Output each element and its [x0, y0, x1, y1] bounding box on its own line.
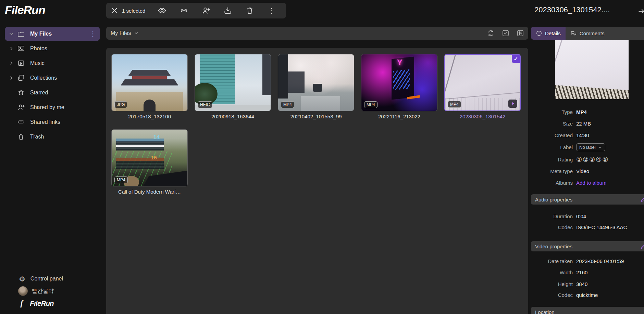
share-user-icon[interactable] [201, 6, 210, 15]
details-panel-title: 20230306_1301542.... [534, 5, 633, 14]
delete-icon[interactable] [245, 6, 254, 15]
prop-value: 0:04 [576, 213, 586, 219]
prop-row-metatype: Meta type Video [531, 165, 644, 177]
info-icon [536, 30, 542, 37]
file-thumbnail[interactable]: 1415 MP4 [111, 129, 188, 186]
control-panel-link[interactable]: ⚙ Control panel [0, 273, 104, 285]
file-thumbnail[interactable]: MP4 ✓ [444, 54, 521, 111]
music-folder-icon [17, 59, 25, 67]
chevron-right-icon[interactable] [8, 75, 14, 81]
trash-icon [17, 133, 25, 141]
selection-count: 1 selected [122, 8, 145, 14]
file-card[interactable]: 1415 MP4 Call of Duty Modern Warf… [111, 129, 188, 195]
file-card[interactable]: JPG 20170518_132100 [111, 54, 188, 119]
label-dropdown[interactable]: No label [576, 143, 605, 151]
file-type-badge: MP4 [364, 101, 377, 108]
prop-value: 2160 [576, 270, 587, 275]
file-preview-image[interactable] [555, 40, 629, 99]
section-title: Location [535, 309, 555, 314]
section-audio-properties: Audio properties [531, 194, 644, 205]
control-panel-label: Control panel [30, 276, 63, 282]
refresh-icon[interactable] [487, 29, 495, 37]
file-name[interactable]: 20200918_163644 [195, 114, 271, 119]
add-to-album-link[interactable]: Add to album [576, 180, 606, 186]
breadcrumb-bar: My Files [106, 27, 528, 40]
tab-details[interactable]: Details [531, 27, 566, 40]
sidebar-item-shared-by-me[interactable]: Shared by me [0, 100, 104, 115]
more-actions-icon[interactable]: ⋮ [268, 6, 275, 15]
file-card[interactable]: HEIC 20200918_163644 [195, 54, 271, 119]
share-link-icon[interactable] [179, 6, 188, 15]
folder-options-icon[interactable]: ⋮ [90, 30, 96, 38]
select-all-icon[interactable] [501, 29, 510, 37]
prop-label: Label [531, 144, 573, 150]
rating-3[interactable]: ③ [589, 156, 596, 163]
sidebar-item-photos[interactable]: Photos [0, 41, 104, 56]
section-title: Video properties [535, 244, 572, 249]
tab-comments[interactable]: Comments [566, 27, 609, 40]
avatar [18, 286, 28, 296]
user-menu[interactable]: 빨간물약 [0, 285, 104, 297]
file-grid: JPG 20170518_132100 HEIC 20200918_163644… [106, 48, 528, 314]
sidebar-item-trash[interactable]: Trash [0, 129, 104, 144]
preview-eye-icon[interactable] [158, 6, 166, 15]
chevron-down-icon[interactable] [8, 31, 14, 37]
chevron-right-icon[interactable] [8, 45, 14, 52]
breadcrumb[interactable]: My Files [111, 30, 139, 36]
file-thumbnail[interactable]: Y MP4 [361, 54, 437, 111]
close-selection-icon[interactable] [110, 6, 119, 15]
view-options-icon[interactable] [516, 29, 524, 37]
sidebar-item-shared-links[interactable]: Shared links [0, 115, 104, 129]
sidebar-item-label: Shared links [30, 119, 60, 125]
file-thumbnail[interactable]: JPG [111, 54, 188, 111]
chevron-right-icon[interactable] [8, 60, 14, 66]
section-location: Location [531, 307, 644, 314]
rating-stars[interactable]: ①②③④⑤ [576, 156, 609, 163]
sidebar-item-my-files[interactable]: My Files ⋮ [5, 27, 100, 41]
prop-value: quicktime [576, 292, 598, 298]
chevron-down-icon [134, 30, 139, 36]
edit-icon[interactable] [640, 196, 644, 203]
details-tabbar: Details Comments [531, 27, 644, 40]
file-name[interactable]: 20210402_101553_99 [278, 114, 354, 119]
selection-toolbar: 1 selected ⋮ [106, 3, 286, 18]
file-card-selected[interactable]: MP4 ✓ 20230306_1301542 [444, 54, 521, 119]
prop-label: Rating [531, 157, 573, 162]
rating-1[interactable]: ① [576, 156, 583, 163]
prop-label: Width [531, 270, 573, 275]
prop-label: Created [531, 132, 573, 138]
file-name[interactable]: Call of Duty Modern Warf… [111, 189, 188, 195]
collapse-panel-icon[interactable] [638, 7, 644, 16]
sidebar-item-label: Photos [30, 45, 47, 52]
sidebar-item-starred[interactable]: Starred [0, 85, 104, 100]
file-thumbnail[interactable]: MP4 [278, 54, 354, 111]
prop-value: 22 MB [576, 121, 591, 127]
sidebar-item-music[interactable]: Music [0, 56, 104, 70]
prop-row-size: Size 22 MB [531, 118, 644, 129]
file-name[interactable]: 20170518_132100 [111, 114, 188, 119]
sidebar-item-collections[interactable]: Collections [0, 70, 104, 85]
section-title: Audio properties [535, 197, 572, 202]
link-icon [17, 118, 25, 126]
file-thumbnail[interactable]: HEIC [195, 54, 271, 111]
prop-row-date-taken: Date taken 2023-03-06 04:01:59 [531, 256, 644, 266]
file-name[interactable]: 20221116_213022 [361, 114, 437, 119]
sidebar-footer: ⚙ Control panel 빨간물약 ƒ FileRun [0, 273, 104, 310]
file-type-badge: JPG [114, 101, 127, 108]
rating-5[interactable]: ⑤ [602, 156, 609, 163]
filerun-logo: FileRun [5, 3, 45, 17]
edit-icon[interactable] [640, 243, 644, 250]
download-icon[interactable] [223, 6, 232, 15]
rating-2[interactable]: ② [583, 156, 589, 163]
selected-checkbox[interactable]: ✓ [512, 55, 520, 63]
prop-value: ISO/IEC 14496-3 AAC [576, 224, 627, 230]
rating-4[interactable]: ④ [596, 156, 602, 163]
file-card[interactable]: MP4 20210402_101553_99 [278, 54, 354, 119]
file-type-badge: MP4 [448, 101, 461, 108]
sidebar-item-label: Starred [30, 90, 48, 96]
file-card[interactable]: Y MP4 20221116_213022 [361, 54, 437, 119]
prop-label: Height [531, 281, 573, 287]
file-name[interactable]: 20230306_1301542 [444, 114, 521, 119]
filerun-app: FileRun My Files ⋮ Photos Music [0, 0, 644, 314]
prop-label: Codec [531, 292, 573, 298]
